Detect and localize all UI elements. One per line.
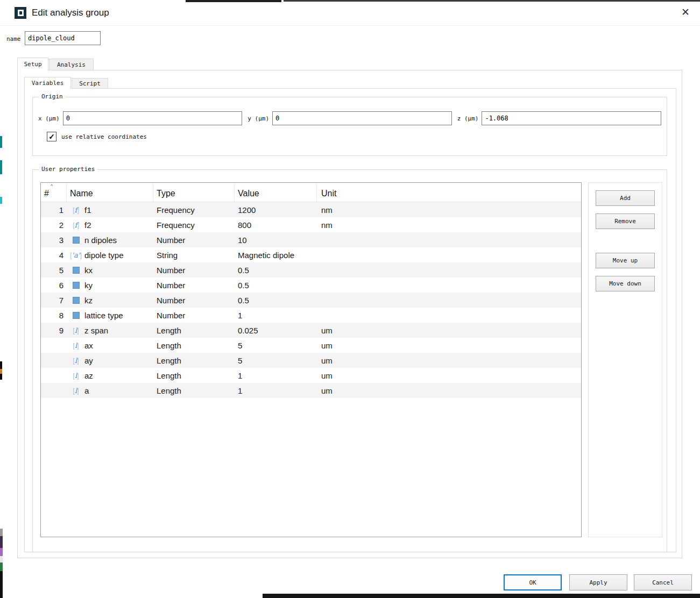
- add-button[interactable]: Add: [596, 190, 655, 206]
- length-icon: [l]: [71, 342, 81, 349]
- property-type: Length: [153, 386, 235, 395]
- property-value: 800: [235, 220, 317, 230]
- title-bar: Edit analysis group ✕: [0, 0, 700, 26]
- name-input[interactable]: [25, 31, 101, 45]
- property-name: az: [84, 371, 93, 380]
- number-icon: [73, 282, 80, 289]
- length-icon: [l]: [71, 372, 81, 379]
- tab-analysis[interactable]: Analysis: [49, 59, 94, 70]
- property-name: ay: [84, 356, 93, 365]
- row-number: 4: [41, 251, 67, 260]
- z-input[interactable]: [482, 111, 661, 125]
- screen-edge-artifact: [0, 556, 3, 563]
- table-row[interactable]: 3n dipolesNumber10: [41, 232, 581, 247]
- screen-edge-artifact: [0, 369, 2, 374]
- property-value: 1200: [235, 205, 317, 215]
- column-header-type[interactable]: Type: [153, 183, 235, 202]
- property-type: Number: [153, 311, 235, 320]
- user-properties-label: User properties: [39, 166, 97, 173]
- screen-edge-artifact: [263, 594, 700, 598]
- screen-edge-artifact: [0, 136, 2, 148]
- move-down-button[interactable]: Move down: [596, 276, 655, 291]
- check-icon: ✓: [48, 132, 55, 141]
- property-value: 5: [235, 341, 317, 350]
- property-value: 5: [235, 356, 317, 365]
- property-value: 0.5: [235, 266, 317, 275]
- column-header-name[interactable]: Name: [67, 183, 153, 202]
- property-name: f2: [84, 220, 91, 230]
- property-type: String: [153, 251, 235, 260]
- table-row[interactable]: 5kxNumber0.5: [41, 262, 581, 277]
- tab-script[interactable]: Script: [72, 78, 108, 88]
- property-type: Frequency: [153, 220, 235, 230]
- remove-button[interactable]: Remove: [596, 213, 655, 229]
- y-label: y (μm): [242, 115, 272, 122]
- property-name: lattice type: [84, 311, 123, 320]
- tab-variables[interactable]: Variables: [24, 77, 71, 89]
- tab-setup[interactable]: Setup: [17, 58, 48, 70]
- user-properties-table[interactable]: ^ # Name Type Value Unit 1[f]f1Frequency…: [40, 182, 582, 537]
- close-icon[interactable]: ✕: [681, 7, 690, 17]
- user-properties-groupbox: User properties ^ # Name Type Value Unit…: [32, 169, 667, 552]
- property-unit: um: [317, 386, 581, 395]
- length-icon: [l]: [71, 387, 81, 394]
- row-number: 8: [41, 311, 67, 320]
- property-value: 1: [235, 371, 317, 380]
- property-type: Length: [153, 371, 235, 380]
- table-row[interactable]: [l]axLength5um: [41, 338, 581, 353]
- property-value: Magnetic dipole: [235, 251, 317, 260]
- sort-ascending-icon[interactable]: ^: [51, 183, 53, 189]
- string-icon: ['a']: [71, 252, 81, 259]
- row-number: 6: [41, 281, 67, 290]
- ok-button[interactable]: OK: [504, 574, 562, 590]
- property-type: Frequency: [153, 205, 235, 215]
- property-value: 10: [235, 236, 317, 245]
- y-input[interactable]: [272, 111, 452, 125]
- frequency-icon: [f]: [71, 207, 81, 213]
- setup-tab-panel: Variables Script Origin x (μm) y (μm) z …: [17, 70, 682, 558]
- property-name: ky: [84, 281, 93, 290]
- x-label: x (μm): [38, 115, 63, 122]
- variables-tab-panel: Origin x (μm) y (μm) z (μm) ✓ use relati…: [24, 88, 676, 552]
- property-type: Length: [153, 326, 235, 335]
- property-value: 0.5: [235, 296, 317, 305]
- table-buttons-panel: Add Remove Move up Move down: [588, 182, 662, 537]
- table-row[interactable]: 1[f]f1Frequency1200nm: [41, 202, 581, 217]
- row-number: 5: [41, 266, 67, 275]
- name-label: name: [6, 35, 21, 42]
- column-header-value[interactable]: Value: [235, 183, 317, 202]
- apply-button[interactable]: Apply: [569, 574, 627, 590]
- table-row[interactable]: 2[f]f2Frequency800nm: [41, 217, 581, 232]
- origin-label: Origin: [39, 93, 66, 100]
- table-row[interactable]: 8lattice typeNumber1: [41, 308, 581, 323]
- table-row[interactable]: [l]ayLength5um: [41, 353, 581, 368]
- property-value: 1: [235, 311, 317, 320]
- cancel-button[interactable]: Cancel: [634, 574, 692, 590]
- number-icon: [73, 312, 80, 319]
- length-icon: [l]: [71, 357, 81, 364]
- length-icon: [l]: [71, 327, 81, 334]
- app-icon: [15, 7, 26, 19]
- table-row[interactable]: [l]azLength1um: [41, 368, 581, 383]
- table-row[interactable]: [l]aLength1um: [41, 383, 581, 398]
- property-unit: um: [317, 371, 581, 380]
- table-row[interactable]: 4['a']dipole typeStringMagnetic dipole: [41, 247, 581, 262]
- table-row[interactable]: 9[l]z spanLength0.025um: [41, 323, 581, 338]
- screen-edge-artifact: [0, 197, 2, 204]
- move-up-button[interactable]: Move up: [596, 253, 655, 268]
- column-header-unit[interactable]: Unit: [317, 183, 581, 202]
- property-name: dipole type: [84, 251, 124, 260]
- table-row[interactable]: 6kyNumber0.5: [41, 277, 581, 293]
- property-name: kz: [84, 296, 93, 305]
- column-header-number[interactable]: #: [41, 183, 67, 202]
- x-input[interactable]: [63, 111, 243, 125]
- table-row[interactable]: 7kzNumber0.5: [41, 293, 581, 308]
- number-icon: [73, 297, 80, 304]
- z-label: z (μm): [452, 115, 482, 122]
- property-unit: nm: [317, 220, 581, 230]
- screen-edge-artifact: [0, 160, 2, 174]
- property-unit: nm: [317, 205, 581, 215]
- use-relative-coordinates-checkbox[interactable]: ✓: [47, 132, 56, 141]
- row-number: 7: [41, 296, 67, 305]
- row-number: 1: [41, 205, 67, 215]
